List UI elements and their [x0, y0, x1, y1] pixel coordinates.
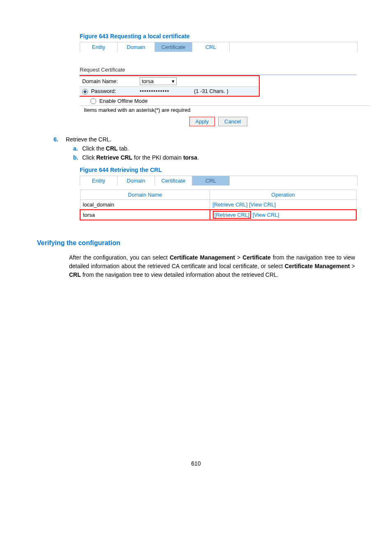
tab-crl[interactable]: CRL	[192, 42, 230, 52]
table-row-highlight: torsa [Retrieve CRL] [View CRL]	[80, 210, 356, 220]
tab-entity[interactable]: Entity	[80, 42, 118, 52]
tab-domain[interactable]: Domain	[118, 42, 155, 52]
tab-spacer-2	[230, 176, 357, 185]
password-hint: (1 -31 Chars. )	[194, 88, 228, 94]
domain-name-value: torsa	[142, 78, 154, 84]
step6b-letter: b.	[73, 154, 82, 161]
offline-mode-label: Enable Offline Mode	[99, 98, 148, 104]
page-number: 610	[37, 460, 355, 467]
tab-spacer	[230, 42, 357, 52]
crl-table-wrapper: Domain Name Operation local_domain [Retr…	[80, 190, 357, 220]
col-operation: Operation	[210, 190, 356, 200]
step6a: a. Click the CRL tab.	[73, 145, 355, 152]
password-field[interactable]: •••••••••••••	[140, 88, 194, 94]
domain-name-select[interactable]: torsa ▾	[140, 77, 177, 85]
step6-text: Retrieve the CRL.	[66, 136, 111, 143]
required-note: Items marked with an asterisk(*) are req…	[80, 106, 363, 114]
domain-name-label: Domain Name:	[82, 78, 140, 84]
password-label-wrap: Password:	[82, 88, 140, 95]
cancel-button[interactable]: Cancel	[218, 117, 247, 126]
step6a-letter: a.	[73, 145, 82, 152]
tab-certificate[interactable]: Certificate	[155, 42, 192, 52]
tab-entity-2[interactable]: Entity	[80, 176, 118, 185]
table-row: local_domain [Retrieve CRL] [View CRL]	[80, 200, 356, 210]
step6: 6. Retrieve the CRL.	[37, 136, 355, 143]
button-row: Apply Cancel	[80, 117, 357, 126]
tab-certificate-2[interactable]: Certificate	[155, 176, 192, 185]
cell-op-torsa: [Retrieve CRL] [View CRL]	[210, 210, 356, 220]
cell-op-local: [Retrieve CRL] [View CRL]	[210, 200, 356, 210]
cell-domain-torsa: torsa	[80, 210, 210, 220]
cell-domain-local: local_domain	[80, 200, 210, 210]
verify-heading: Verifying the configuration	[37, 239, 355, 247]
radio-password-icon[interactable]	[82, 89, 88, 95]
figure644-caption: Figure 644 Retrieving the CRL	[80, 167, 355, 173]
step6-number: 6.	[37, 136, 66, 143]
tab-crl-2[interactable]: CRL	[192, 176, 230, 185]
apply-button[interactable]: Apply	[189, 117, 215, 126]
view-crl-link-torsa[interactable]: [View CRL]	[253, 212, 279, 218]
retrieve-crl-link-torsa[interactable]: [Retrieve CRL]	[213, 211, 251, 219]
password-label: Password:	[91, 88, 116, 94]
radio-offline-icon[interactable]	[90, 98, 96, 104]
request-certificate-title: Request Certificate	[80, 67, 355, 73]
figure643-tabs: Entity Domain Certificate CRL	[80, 42, 357, 52]
chevron-down-icon: ▾	[172, 78, 175, 84]
col-domain-name: Domain Name	[80, 190, 210, 200]
step6b-text: Click Retrieve CRL for the PKI domain to…	[82, 154, 199, 161]
step6b: b. Click Retrieve CRL for the PKI domain…	[73, 154, 355, 161]
verify-paragraph: After the configuration, you can select …	[69, 253, 355, 279]
crl-table: Domain Name Operation local_domain [Retr…	[80, 190, 357, 220]
view-crl-link[interactable]: [View CRL]	[249, 202, 276, 208]
tab-domain-2[interactable]: Domain	[118, 176, 155, 185]
retrieve-crl-link[interactable]: [Retrieve CRL]	[212, 202, 247, 208]
step6a-text: Click the CRL tab.	[82, 145, 129, 152]
offline-mode-row: Enable Offline Mode	[80, 97, 370, 106]
figure644-tabs: Entity Domain Certificate CRL	[80, 176, 357, 185]
figure643-caption: Figure 643 Requesting a local certificat…	[80, 33, 355, 39]
